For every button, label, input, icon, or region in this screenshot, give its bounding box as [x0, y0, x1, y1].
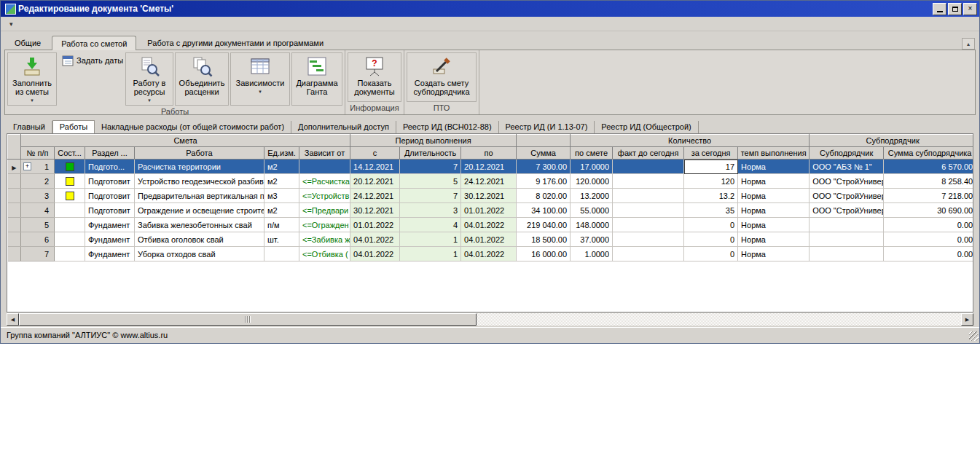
column-header-num[interactable]: № п/п — [21, 147, 55, 160]
fill-from-estimate-button[interactable]: Заполнить из сметы ▾ — [7, 52, 57, 106]
cell-fact-to-today[interactable] — [613, 218, 684, 232]
cell-amount[interactable]: 9 176.00 — [517, 174, 571, 189]
cell-by-estimate[interactable]: 13.2000 — [571, 189, 613, 203]
group-header-smeta[interactable]: Смета — [21, 135, 350, 147]
cell-work[interactable]: Предварительная вертикальная п — [135, 189, 264, 203]
cell-depends[interactable]: <=Расчистка — [299, 174, 350, 189]
doc-tab[interactable]: Реестр ИД (ВСН012-88) — [396, 121, 499, 133]
table-row[interactable]: 7 Фундамент Уборка отходов свай <=Отбивк… — [8, 247, 974, 261]
row-expander[interactable]: + — [23, 162, 31, 170]
cell-depends[interactable]: <=Отбивка ( — [299, 247, 350, 261]
cell-to[interactable]: 30.12.2021 — [461, 189, 517, 203]
cell-subcontractor[interactable] — [810, 218, 884, 232]
cell-fact-to-today[interactable] — [613, 203, 684, 218]
table-row[interactable]: 6 Фундамент Отбивка оголовок свай шт. <=… — [8, 232, 974, 247]
cell-num[interactable]: 6 — [21, 232, 55, 247]
cell-unit[interactable]: м2 — [264, 203, 299, 218]
cell-depends[interactable]: <=Устройств — [299, 189, 350, 203]
cell-status[interactable] — [55, 203, 85, 218]
cell-num[interactable]: 4 — [21, 203, 55, 218]
table-row[interactable]: ▶ +1 Подгото... Расчистка территории м2 … — [8, 160, 974, 174]
create-subcontract-estimate-button[interactable]: Создать смету субподрядчика — [407, 52, 477, 102]
cell-by-estimate[interactable]: 1.0000 — [571, 247, 613, 261]
doc-tab[interactable]: Накладные расходы (от общей стоимости ра… — [95, 121, 291, 133]
column-header-status[interactable]: Сост... — [55, 147, 85, 160]
column-header-pace[interactable]: темп выполнения — [738, 147, 810, 160]
cell-by-estimate[interactable]: 148.0000 — [571, 218, 613, 232]
column-header-subcontractor[interactable]: Субподрядчик — [810, 147, 884, 160]
group-header-quantity[interactable]: Количество — [571, 135, 810, 147]
dependencies-button[interactable]: Зависимости ▾ — [230, 52, 290, 106]
cell-duration[interactable]: 7 — [400, 160, 461, 174]
cell-to[interactable]: 01.01.2022 — [461, 203, 517, 218]
cell-subcontractor[interactable]: ООО "СтройУнивер — [810, 174, 884, 189]
doc-tab[interactable]: Реестр ИД (И 1.13-07) — [499, 121, 595, 133]
cell-subcontractor[interactable] — [810, 247, 884, 261]
ribbon-collapse-button[interactable]: ▴ — [962, 38, 975, 50]
column-header-by-estimate[interactable]: по смете — [571, 147, 613, 160]
cell-depends[interactable] — [299, 160, 350, 174]
cell-sub-amount[interactable]: 30 690.00 — [884, 203, 973, 218]
cell-section[interactable]: Фундамент — [85, 247, 135, 261]
cell-from[interactable]: 14.12.2021 — [350, 160, 400, 174]
column-header-work[interactable]: Работа — [135, 147, 264, 160]
cell-fact-to-today[interactable] — [613, 189, 684, 203]
cell-today[interactable]: 35 — [684, 203, 738, 218]
cell-section[interactable]: Подготовит — [85, 203, 135, 218]
cell-amount[interactable]: 18 500.00 — [517, 232, 571, 247]
cell-by-estimate[interactable]: 37.0000 — [571, 232, 613, 247]
scrollbar-thumb[interactable] — [19, 313, 477, 326]
cell-num[interactable]: +1 — [21, 160, 55, 174]
table-row[interactable]: 3 Подготовит Предварительная вертикальна… — [8, 189, 974, 203]
cell-section[interactable]: Фундамент — [85, 218, 135, 232]
cell-depends[interactable]: <=Забивка ж — [299, 232, 350, 247]
cell-num[interactable]: 5 — [21, 218, 55, 232]
cell-pace[interactable]: Норма — [738, 247, 810, 261]
cell-work[interactable]: Расчистка территории — [135, 160, 264, 174]
cell-duration[interactable]: 5 — [400, 174, 461, 189]
cell-status[interactable] — [55, 247, 85, 261]
cell-sub-amount[interactable]: 6 570.00 — [884, 160, 973, 174]
cell-pace[interactable]: Норма — [738, 232, 810, 247]
column-header-fact-to-today[interactable]: факт до сегодня — [613, 147, 684, 160]
cell-unit[interactable]: п/м — [264, 218, 299, 232]
doc-tab[interactable]: Главный — [7, 121, 52, 133]
cell-pace[interactable]: Норма — [738, 160, 810, 174]
cell-status[interactable] — [55, 189, 85, 203]
cell-fact-to-today[interactable] — [613, 160, 684, 174]
cell-section[interactable]: Подготовит — [85, 189, 135, 203]
cell-duration[interactable]: 1 — [400, 247, 461, 261]
cell-duration[interactable]: 3 — [400, 203, 461, 218]
work-to-resources-button[interactable]: Работу в ресурсы ▾ — [125, 52, 173, 106]
show-documents-button[interactable]: ? Показать документы — [348, 52, 401, 102]
cell-pace[interactable]: Норма — [738, 218, 810, 232]
cell-pace[interactable]: Норма — [738, 203, 810, 218]
cell-by-estimate[interactable]: 120.0000 — [571, 174, 613, 189]
scroll-left-button[interactable]: ◀ — [7, 313, 19, 326]
cell-duration[interactable]: 7 — [400, 189, 461, 203]
ribbon-tab[interactable]: Работа со сметой — [52, 36, 136, 50]
cell-sub-amount[interactable]: 8 258.40 — [884, 174, 973, 189]
cell-sub-amount[interactable]: 7 218.00 — [884, 189, 973, 203]
doc-tab[interactable]: Реестр ИД (Общестрой) — [595, 121, 698, 133]
cell-work[interactable]: Уборка отходов свай — [135, 247, 264, 261]
column-header-duration[interactable]: Длительность — [400, 147, 461, 160]
cell-amount[interactable]: 219 040.00 — [517, 218, 571, 232]
ribbon-tab[interactable]: Работа с другими документами и программа… — [138, 35, 333, 50]
cell-today[interactable]: 17 — [684, 160, 738, 174]
cell-status[interactable] — [55, 174, 85, 189]
cell-subcontractor[interactable]: ООО "АБЗ № 1" — [810, 160, 884, 174]
cell-duration[interactable]: 1 — [400, 232, 461, 247]
cell-to[interactable]: 04.01.2022 — [461, 218, 517, 232]
cell-by-estimate[interactable]: 55.0000 — [571, 203, 613, 218]
cell-work[interactable]: Забивка железобетонных свай — [135, 218, 264, 232]
cell-work[interactable]: Отбивка оголовок свай — [135, 232, 264, 247]
cell-amount[interactable]: 7 300.00 — [517, 160, 571, 174]
cell-today[interactable]: 0 — [684, 218, 738, 232]
merge-rates-button[interactable]: Объединить расценки — [175, 52, 229, 106]
cell-to[interactable]: 20.12.2021 — [461, 160, 517, 174]
cell-by-estimate[interactable]: 17.0000 — [571, 160, 613, 174]
gantt-chart-button[interactable]: Диаграмма Ганта — [291, 52, 342, 106]
cell-pace[interactable]: Норма — [738, 174, 810, 189]
cell-fact-to-today[interactable] — [613, 247, 684, 261]
